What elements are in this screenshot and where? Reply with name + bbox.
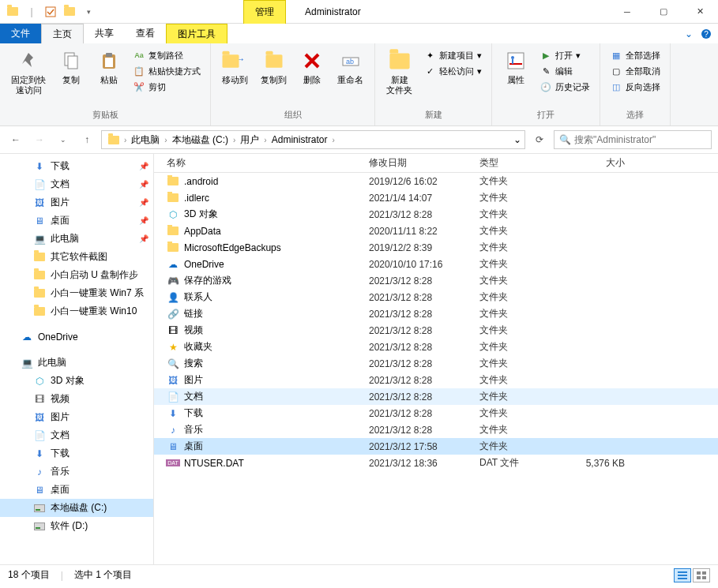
paste-button[interactable]: 粘贴 <box>92 47 126 107</box>
qat-check-icon[interactable] <box>42 3 59 21</box>
sidebar-item[interactable]: 其它软件截图 <box>0 248 153 266</box>
sidebar-item[interactable]: 小白一键重装 Win7 系 <box>0 284 153 302</box>
file-row[interactable]: MicrosoftEdgeBackups 2019/12/2 8:39 文件夹 <box>154 239 718 256</box>
sidebar-item[interactable]: 📄文档📌 <box>0 175 153 193</box>
sidebar-item[interactable]: 本地磁盘 (C:) <box>0 499 153 517</box>
cut-button[interactable]: ✂️剪切 <box>130 80 204 94</box>
sidebar-item[interactable]: 软件 (D:) <box>0 517 153 535</box>
edit-button[interactable]: ✎编辑 <box>536 64 593 78</box>
maximize-button[interactable]: ▢ <box>645 0 682 24</box>
qat-folder2-icon[interactable] <box>61 3 78 21</box>
file-row[interactable]: ⬇下载 2021/3/12 8:28 文件夹 <box>154 405 718 421</box>
ribbon-collapse-icon[interactable]: ⌄ <box>685 28 693 39</box>
tab-file[interactable]: 文件 <box>0 24 41 43</box>
tab-home[interactable]: 主页 <box>41 24 84 43</box>
copy-path-button[interactable]: Aa复制路径 <box>130 48 204 62</box>
file-row[interactable]: 🔗链接 2021/3/12 8:28 文件夹 <box>154 305 718 322</box>
pin-to-quick-access-button[interactable]: 固定到快 速访问 <box>6 47 51 107</box>
tab-share[interactable]: 共享 <box>84 24 125 43</box>
file-row[interactable]: ⬡3D 对象 2021/3/12 8:28 文件夹 <box>154 206 718 223</box>
file-row[interactable]: 🎮保存的游戏 2021/3/12 8:28 文件夹 <box>154 272 718 289</box>
qat-overflow-icon[interactable]: ▾ <box>80 3 97 21</box>
paste-shortcut-button[interactable]: 📋粘贴快捷方式 <box>130 64 204 78</box>
file-row[interactable]: ☁OneDrive 2020/10/10 17:16 文件夹 <box>154 256 718 272</box>
new-folder-button[interactable]: 新建 文件夹 <box>382 47 417 107</box>
file-type: 文件夹 <box>473 423 568 436</box>
recent-dropdown[interactable]: ⌄ <box>54 130 73 149</box>
searchbox[interactable]: 🔍 <box>554 130 712 149</box>
file-icon <box>167 242 179 254</box>
crumb-disk[interactable]: 本地磁盘 (C:) <box>169 133 231 147</box>
header-size[interactable]: 大小 <box>568 156 631 170</box>
file-row[interactable]: ♪音乐 2021/3/12 8:28 文件夹 <box>154 421 718 438</box>
file-row[interactable]: .android 2019/12/6 16:02 文件夹 <box>154 173 718 189</box>
file-row[interactable]: AppData 2020/11/11 8:22 文件夹 <box>154 223 718 239</box>
minimize-button[interactable]: ─ <box>609 0 645 24</box>
file-row[interactable]: 🖼图片 2021/3/12 8:28 文件夹 <box>154 372 718 388</box>
addressbar[interactable]: › 此电脑› 本地磁盘 (C:)› 用户› Administrator› ⌄ <box>101 130 525 149</box>
file-row[interactable]: 🎞视频 2021/3/12 8:28 文件夹 <box>154 322 718 339</box>
header-date[interactable]: 修改日期 <box>363 156 473 170</box>
new-item-button[interactable]: ✦新建项目 ▾ <box>420 48 485 62</box>
address-dropdown-icon[interactable]: ⌄ <box>513 134 521 145</box>
sidebar-item[interactable]: 🎞视频 <box>0 390 153 408</box>
crumb-admin[interactable]: Administrator <box>269 134 331 145</box>
sidebar-item[interactable]: 🖼图片📌 <box>0 193 153 212</box>
move-to-button[interactable]: →移动到 <box>217 47 253 107</box>
sidebar-item[interactable]: ♪音乐 <box>0 463 153 481</box>
file-row[interactable]: 🖥桌面 2021/3/12 17:58 文件夹 <box>154 438 718 455</box>
tree-icon: 📄 <box>33 178 46 191</box>
easy-access-button[interactable]: ✓轻松访问 ▾ <box>420 64 485 78</box>
invert-selection-button[interactable]: ◫反向选择 <box>607 80 663 94</box>
sidebar-item[interactable]: ⬡3D 对象 <box>0 372 153 390</box>
view-details-button[interactable] <box>674 568 691 582</box>
sidebar-onedrive[interactable]: ☁OneDrive <box>0 328 153 346</box>
file-name: 搜索 <box>184 357 203 370</box>
close-button[interactable]: ✕ <box>682 0 718 24</box>
properties-button[interactable]: 属性 <box>498 47 533 107</box>
open-button[interactable]: ▶打开 ▾ <box>536 48 593 62</box>
file-row[interactable]: 👤联系人 2021/3/12 8:28 文件夹 <box>154 289 718 305</box>
sidebar-item[interactable]: 📄文档 <box>0 426 153 444</box>
search-input[interactable] <box>574 134 706 145</box>
sidebar-item[interactable]: 🖥桌面 <box>0 481 153 499</box>
history-button[interactable]: 🕘历史记录 <box>536 80 593 94</box>
copy-to-button[interactable]: 复制到 <box>256 47 291 107</box>
up-button[interactable]: ↑ <box>77 130 96 149</box>
crumb-root-icon[interactable] <box>105 136 122 144</box>
select-none-button[interactable]: ▢全部取消 <box>607 64 663 78</box>
delete-button[interactable]: 删除 <box>295 47 329 107</box>
sidebar[interactable]: ⬇下载📌📄文档📌🖼图片📌🖥桌面📌💻此电脑📌其它软件截图小白启动 U 盘制作步小白… <box>0 154 154 564</box>
crumb-pc[interactable]: 此电脑 <box>128 133 163 147</box>
view-icons-button[interactable] <box>693 568 710 582</box>
sidebar-item[interactable]: ⬇下载 <box>0 444 153 463</box>
select-all-button[interactable]: ▦全部选择 <box>607 48 663 62</box>
qat-folder-icon[interactable] <box>4 3 21 21</box>
refresh-button[interactable]: ⟳ <box>530 130 549 149</box>
sidebar-item[interactable]: 💻此电脑📌 <box>0 230 153 248</box>
sidebar-item[interactable]: 小白启动 U 盘制作步 <box>0 266 153 284</box>
forward-button[interactable]: → <box>30 130 49 149</box>
sidebar-item[interactable]: ⬇下载📌 <box>0 157 153 175</box>
sidebar-item[interactable]: 🖥桌面📌 <box>0 212 153 230</box>
crumb-users[interactable]: 用户 <box>237 133 262 147</box>
file-row[interactable]: DATNTUSER.DAT 2021/3/12 18:36 DAT 文件 5,3… <box>154 455 718 471</box>
sidebar-thispc[interactable]: 💻此电脑 <box>0 354 153 372</box>
header-type[interactable]: 类型 <box>473 156 568 170</box>
rename-button[interactable]: ab重命名 <box>333 47 368 107</box>
help-icon[interactable]: ? <box>701 28 712 39</box>
file-row[interactable]: ★收藏夹 2021/3/12 8:28 文件夹 <box>154 339 718 355</box>
sidebar-item[interactable]: 🖼图片 <box>0 408 153 426</box>
tab-view[interactable]: 查看 <box>125 24 166 43</box>
svg-rect-10 <box>508 53 524 69</box>
copy-button[interactable]: 复制 <box>54 47 88 107</box>
file-list[interactable]: .android 2019/12/6 16:02 文件夹 .idlerc 202… <box>154 173 718 564</box>
file-row[interactable]: .idlerc 2021/1/4 14:07 文件夹 <box>154 189 718 206</box>
file-row[interactable]: 📄文档 2021/3/12 8:28 文件夹 <box>154 388 718 405</box>
tab-picture-tools[interactable]: 图片工具 <box>166 24 227 43</box>
back-button[interactable]: ← <box>6 130 25 149</box>
sidebar-item[interactable]: 小白一键重装 Win10 <box>0 302 153 320</box>
header-name[interactable]: 名称 <box>160 156 363 170</box>
contextual-tab[interactable]: 管理 <box>243 0 286 24</box>
file-row[interactable]: 🔍搜索 2021/3/12 8:28 文件夹 <box>154 355 718 372</box>
